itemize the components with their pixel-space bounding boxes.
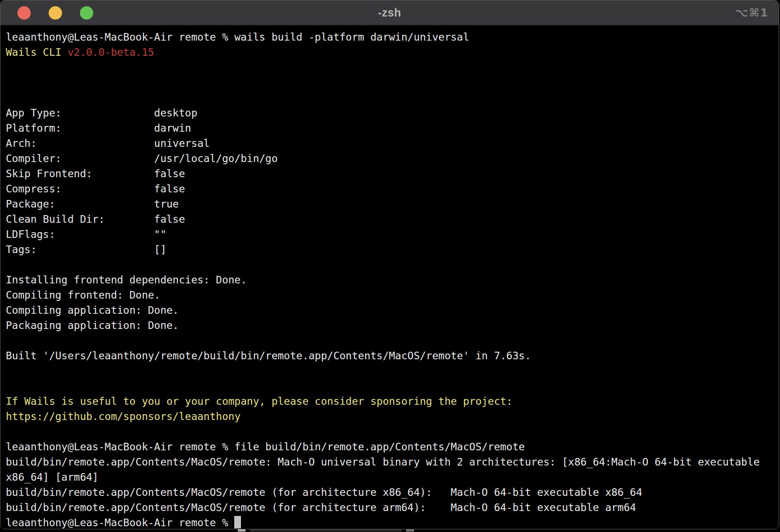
terminal-line [6, 75, 773, 90]
text-segment: Installing frontend dependencies: Done. [6, 274, 247, 286]
text-segment: If Wails is useful to you or your compan… [6, 395, 512, 407]
terminal-line: Package: true [6, 196, 773, 212]
text-cursor [234, 516, 241, 528]
terminal-line [6, 424, 773, 439]
text-segment: Skip Frontend: false [6, 168, 185, 179]
window-title: -zsh [378, 6, 401, 19]
terminal-line: Arch: universal [6, 136, 773, 151]
text-segment: Tags: [] [6, 244, 166, 255]
terminal-line: build/bin/remote.app/Contents/MacOS/remo… [6, 454, 773, 470]
terminal-line: Compiler: /usr/local/go/bin/go [6, 151, 773, 166]
terminal-line [6, 363, 773, 378]
text-segment: Built '/Users/leaanthony/remote/build/bi… [6, 350, 531, 362]
text-segment: leaanthony@Leas-MacBook-Air remote % fil… [6, 441, 525, 453]
text-segment: Clean Build Dir: false [6, 213, 185, 225]
terminal-line [6, 333, 773, 348]
terminal-line: Packaging application: Done. [6, 318, 773, 333]
terminal-line: Installing frontend dependencies: Done. [6, 272, 773, 287]
text-segment: leaanthony@Leas-MacBook-Air remote % wai… [6, 31, 469, 43]
terminal-line: Compiling frontend: Done. [6, 287, 773, 303]
terminal-line: LDFlags: "" [6, 227, 773, 242]
text-segment: Compiler: /usr/local/go/bin/go [6, 153, 278, 164]
text-segment: Arch: universal [6, 137, 210, 149]
terminal-line: x86_64] [arm64] [6, 470, 773, 485]
traffic-lights [17, 0, 93, 25]
terminal-line: Platform: darwin [6, 121, 773, 136]
terminal-line: leaanthony@Leas-MacBook-Air remote % fil… [6, 439, 773, 454]
text-segment: build/bin/remote.app/Contents/MacOS/remo… [6, 486, 642, 498]
terminal-line [6, 60, 773, 75]
text-segment: Packaging application: Done. [6, 320, 179, 331]
terminal-line: leaanthony@Leas-MacBook-Air remote % [6, 515, 773, 529]
text-segment: x86_64] [arm64] [6, 471, 99, 483]
terminal-line: Compress: false [6, 181, 773, 196]
text-segment: Compiling frontend: Done. [6, 289, 160, 301]
terminal-line: build/bin/remote.app/Contents/MacOS/remo… [6, 485, 773, 500]
minimize-button[interactable] [49, 6, 62, 20]
text-segment: build/bin/remote.app/Contents/MacOS/remo… [6, 456, 759, 468]
terminal-line: If Wails is useful to you or your compan… [6, 394, 773, 409]
terminal-screen[interactable]: leaanthony@Leas-MacBook-Air remote % wai… [0, 25, 779, 529]
text-segment: leaanthony@Leas-MacBook-Air remote % [6, 517, 234, 528]
terminal-line [6, 378, 773, 394]
title-bar[interactable]: -zsh ⌥⌘1 [0, 0, 779, 25]
text-segment: Compiling application: Done. [6, 304, 179, 316]
terminal-line: Tags: [] [6, 242, 773, 257]
text-segment: Compress: false [6, 183, 185, 195]
zoom-button[interactable] [80, 6, 93, 20]
text-segment: build/bin/remote.app/Contents/MacOS/remo… [6, 502, 636, 513]
terminal-line: App Type: desktop [6, 105, 773, 121]
terminal-line: Wails CLI v2.0.0-beta.15 [6, 45, 773, 60]
terminal-window: -zsh ⌥⌘1 leaanthony@Leas-MacBook-Air rem… [0, 0, 779, 529]
text-segment: https://github.com/sponsors/leaanthony [6, 411, 241, 422]
close-button[interactable] [17, 6, 31, 20]
tab-shortcut-badge: ⌥⌘1 [735, 0, 769, 25]
text-segment: v2.0.0-beta.15 [67, 46, 154, 58]
terminal-line [6, 257, 773, 272]
text-segment: LDFlags: "" [6, 229, 166, 240]
terminal-line: Compiling application: Done. [6, 303, 773, 318]
terminal-line [6, 90, 773, 105]
terminal-line: Clean Build Dir: false [6, 212, 773, 227]
text-segment: Wails CLI [6, 46, 67, 58]
desktop-background: -zsh ⌥⌘1 leaanthony@Leas-MacBook-Air rem… [0, 0, 780, 532]
terminal-line: leaanthony@Leas-MacBook-Air remote % wai… [6, 29, 773, 45]
text-segment: Platform: darwin [6, 122, 191, 134]
terminal-line: Skip Frontend: false [6, 166, 773, 181]
terminal-line: https://github.com/sponsors/leaanthony [6, 409, 773, 424]
terminal-line: Built '/Users/leaanthony/remote/build/bi… [6, 348, 773, 363]
text-segment: Package: true [6, 198, 179, 210]
terminal-line: build/bin/remote.app/Contents/MacOS/remo… [6, 500, 773, 515]
text-segment: App Type: desktop [6, 107, 197, 119]
